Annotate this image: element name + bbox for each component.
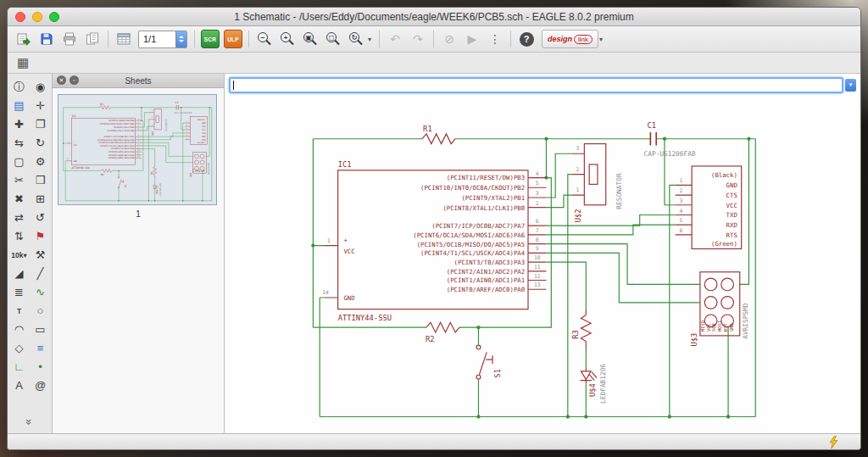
schematic-canvas: ▾	[225, 74, 860, 433]
help-icon: ?	[520, 32, 534, 47]
tool-label[interactable]: A	[9, 376, 30, 394]
parameter-toolbar: ▦	[8, 53, 860, 74]
toolbar-separator	[433, 31, 434, 47]
window-title: 1 Schematic - /Users/Eddy/Documents/eagl…	[8, 11, 860, 23]
run-button[interactable]: ▶	[461, 29, 483, 49]
toolbar-separator	[108, 31, 108, 47]
tool-circle[interactable]: ○	[31, 302, 51, 320]
tool-polygon[interactable]: ◇	[9, 339, 30, 357]
tool-gateswap[interactable]: ⇅	[9, 227, 30, 245]
print-button[interactable]	[58, 29, 81, 49]
tool-mirror[interactable]: ⇆	[9, 134, 30, 152]
tool-palette: ⓘ◉▤✛✚❐⇆↻▢⚙✂❒✖⊞⇄↺⇅⚑10k▾⚒◢╱≣∿T○◠▭◇≡∟•A@ »	[8, 74, 53, 433]
sheet-thumbnail[interactable]	[58, 94, 217, 205]
sheets-panel-header[interactable]: ✕ ▫ Sheets	[53, 74, 224, 88]
tool-bus[interactable]: ≡	[31, 339, 51, 357]
sheet-selector-stepper[interactable]	[175, 31, 186, 47]
tool-miter[interactable]: ◢	[9, 265, 30, 282]
tool-value[interactable]: 10k▾	[9, 246, 30, 264]
sheet-thumbnail-label[interactable]: 1	[53, 207, 224, 221]
tool-display[interactable]: ▤	[9, 97, 30, 114]
zoom-in-button[interactable]: +	[276, 29, 298, 49]
status-bar	[8, 433, 860, 449]
tool-add[interactable]: ⊞	[31, 190, 51, 208]
tool-attribute[interactable]: @	[31, 376, 51, 394]
tool-wire[interactable]: ∿	[31, 283, 51, 301]
spark-lightning-icon[interactable]	[829, 436, 838, 449]
copy-document-button[interactable]	[81, 29, 103, 49]
zoom-redraw-icon: ↻	[348, 31, 364, 47]
command-history-dropdown[interactable]: ▾	[845, 79, 856, 92]
chevron-down-icon: ▾	[849, 81, 853, 88]
desktop: { "window": {"title": "1 Schematic - /Us…	[0, 0, 868, 457]
tool-delete[interactable]: ✖	[9, 190, 30, 208]
sheet-selector[interactable]: 1/1	[138, 31, 187, 48]
tool-junction[interactable]: •	[31, 358, 51, 376]
zoom-menu-caret[interactable]: ▾	[368, 36, 375, 43]
help-button[interactable]: ?	[515, 29, 537, 49]
open-file-button[interactable]	[13, 29, 35, 49]
fullscreen-button[interactable]	[49, 12, 59, 22]
tool-smash[interactable]: ⚒	[31, 246, 51, 264]
zoom-in-icon: +	[280, 31, 295, 47]
zoom-redraw-button[interactable]: ↻	[345, 29, 367, 49]
overflow-menu-button[interactable]: ⋮	[484, 29, 506, 49]
drawing-area[interactable]	[225, 96, 860, 433]
tool-text[interactable]: T	[9, 302, 30, 320]
grid-settings-button[interactable]: ▦	[12, 53, 34, 73]
tool-info[interactable]: ⓘ	[9, 78, 30, 96]
design-link-logo: design	[548, 35, 572, 43]
tool-group[interactable]: ▢	[9, 153, 30, 170]
tool-cut[interactable]: ✂	[9, 171, 30, 189]
ulp-icon: ULP	[224, 30, 242, 48]
action-toolbar: 1/1 SCR ULP − + ▣ ◻ ↻ ▾ ↶ ↷ ⊘ ▶ ⋮ ?	[8, 26, 860, 53]
command-line-box[interactable]	[229, 77, 843, 93]
sheet-thumbnail-drawing[interactable]	[58, 95, 216, 204]
design-link-button[interactable]: design link	[542, 30, 598, 48]
toolbar-separator	[510, 31, 511, 47]
zoom-select-button[interactable]: ◻	[322, 29, 344, 49]
scr-script-button[interactable]: SCR	[199, 29, 221, 49]
close-button[interactable]	[15, 12, 25, 22]
tool-pinswap[interactable]: ⇄	[9, 209, 30, 226]
toolbar-separator	[194, 31, 195, 47]
design-link-caret[interactable]: ▾	[599, 36, 606, 43]
tool-name[interactable]: ⚑	[31, 227, 51, 245]
eagle-window: 1 Schematic - /Users/Eddy/Documents/eagl…	[7, 7, 861, 450]
undo-button[interactable]: ↶	[384, 29, 406, 49]
tool-mark[interactable]: ✛	[31, 97, 51, 114]
save-button[interactable]	[36, 29, 58, 49]
tool-palette-grid: ⓘ◉▤✛✚❐⇆↻▢⚙✂❒✖⊞⇄↺⇅⚑10k▾⚒◢╱≣∿T○◠▭◇≡∟•A@	[9, 78, 51, 394]
open-file-icon	[16, 31, 31, 47]
titlebar[interactable]: 1 Schematic - /Users/Eddy/Documents/eagl…	[8, 8, 860, 26]
minimize-button[interactable]	[32, 12, 42, 22]
tool-invoke[interactable]: ≣	[9, 283, 30, 301]
tool-change[interactable]: ⚙	[31, 153, 51, 170]
tool-move[interactable]: ✚	[9, 115, 30, 133]
sheets-detach-button[interactable]: ▫	[70, 75, 79, 85]
sheet-table-button[interactable]	[113, 29, 135, 49]
tool-rotate[interactable]: ↻	[31, 134, 51, 152]
scr-icon: SCR	[201, 30, 220, 48]
zoom-select-icon: ◻	[326, 31, 341, 47]
tool-replace[interactable]: ↺	[31, 209, 51, 226]
tool-arc[interactable]: ◠	[9, 320, 30, 338]
tool-copy[interactable]: ❐	[31, 115, 51, 133]
toolbar-separator	[379, 31, 380, 47]
stop-button[interactable]: ⊘	[438, 29, 460, 49]
ulp-button[interactable]: ULP	[222, 29, 244, 49]
tool-rect[interactable]: ▭	[31, 320, 51, 338]
command-line-input[interactable]	[234, 80, 842, 90]
tool-split[interactable]: ╱	[31, 265, 51, 282]
command-line-row: ▾	[225, 74, 860, 96]
sheets-close-button[interactable]: ✕	[57, 75, 66, 85]
zoom-fit-button[interactable]: ▣	[299, 29, 321, 49]
tool-show[interactable]: ◉	[31, 78, 51, 96]
tool-net[interactable]: ∟	[9, 358, 30, 376]
zoom-out-button[interactable]: −	[253, 29, 275, 49]
copy-document-icon	[85, 31, 100, 47]
toolbar-separator	[248, 31, 249, 47]
tool-paste[interactable]: ❒	[31, 171, 51, 189]
redo-button[interactable]: ↷	[407, 29, 429, 49]
palette-more-button[interactable]: »	[23, 419, 36, 425]
